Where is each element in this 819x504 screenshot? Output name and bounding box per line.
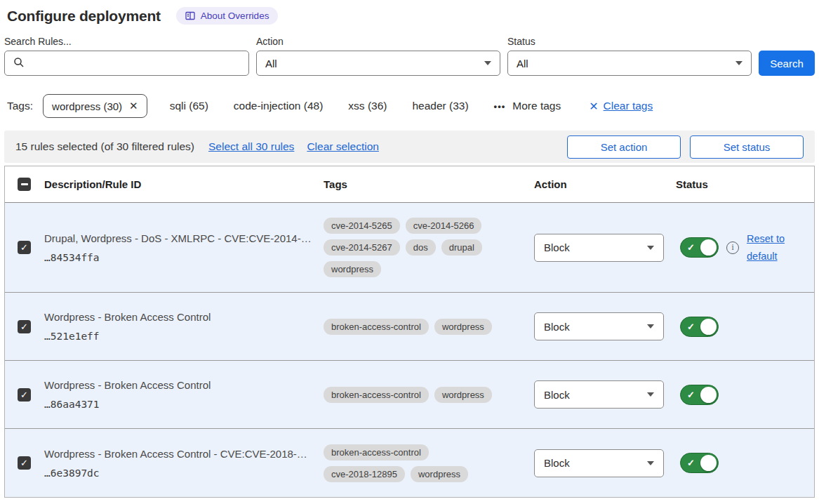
search-rules-label: Search Rules... <box>4 36 249 47</box>
chevron-down-icon <box>647 461 654 465</box>
rule-tags-cell: broken-access-controlwordpress <box>324 387 514 403</box>
status-toggle[interactable]: ✓ <box>680 317 719 337</box>
check-icon: ✓ <box>20 322 28 331</box>
reset-to-default-link[interactable]: Reset to default <box>747 230 796 265</box>
toggle-knob <box>700 239 717 256</box>
toggle-knob <box>700 455 717 471</box>
column-header-description: Description/Rule ID <box>44 178 324 190</box>
tag-filter-option[interactable]: header (33) <box>412 100 468 112</box>
status-filter-label: Status <box>507 36 752 47</box>
rule-tags-cell: broken-access-controlwordpress <box>324 319 514 335</box>
rule-description-cell: Wordpress - Broken Access Control - CVE:… <box>44 448 324 479</box>
tag-filter-option[interactable]: sqli (65) <box>170 100 208 112</box>
selected-tag-label: wordpress (30) <box>52 100 122 112</box>
status-toggle[interactable]: ✓ <box>680 385 719 405</box>
check-icon: ✓ <box>687 321 695 332</box>
rule-description-cell: Wordpress - Broken Access Control …86aa4… <box>44 379 324 410</box>
search-input-box[interactable] <box>4 51 249 76</box>
chevron-down-icon <box>484 61 491 65</box>
tag-pill: wordpress <box>411 466 468 482</box>
action-filter-select[interactable]: All <box>256 51 500 76</box>
indeterminate-minus-icon <box>21 183 28 185</box>
rule-description-cell: Wordpress - Broken Access Control …521e1… <box>44 311 324 342</box>
status-toggle[interactable]: ✓ <box>680 453 719 473</box>
rule-action-value: Block <box>544 241 570 253</box>
tag-pill: drupal <box>441 239 482 256</box>
tag-pill: wordpress <box>434 319 492 335</box>
selection-summary: 15 rules selected (of 30 filtered rules) <box>15 140 194 153</box>
status-toggle[interactable]: ✓ <box>680 237 719 258</box>
tag-pill: broken-access-control <box>324 319 429 335</box>
ellipsis-icon: ••• <box>494 101 506 112</box>
rule-status-cell: ✓ i Reset to default <box>676 230 814 265</box>
set-action-button[interactable]: Set action <box>567 135 681 159</box>
tag-filter-option[interactable]: xss (36) <box>348 100 387 112</box>
status-filter-value: All <box>517 58 528 69</box>
status-filter-select[interactable]: All <box>507 51 752 76</box>
table-row: ✓ Wordpress - Broken Access Control - CV… <box>5 429 814 497</box>
toggle-knob <box>700 319 717 335</box>
check-icon: ✓ <box>20 243 28 252</box>
select-all-link[interactable]: Select all 30 rules <box>208 140 294 153</box>
close-icon: ✕ <box>589 100 598 113</box>
tag-filter-list: sqli (65)code-injection (48)xss (36)head… <box>170 100 469 112</box>
rule-action-select[interactable]: Block <box>534 449 664 477</box>
check-icon: ✓ <box>20 390 28 399</box>
more-tags-button[interactable]: ••• More tags <box>494 100 561 112</box>
toggle-knob <box>700 387 717 403</box>
rule-id: …6e3897dc <box>44 467 324 479</box>
rule-description: Wordpress - Broken Access Control <box>44 311 324 323</box>
row-checkbox[interactable]: ✓ <box>18 456 31 470</box>
rule-id: …86aa4371 <box>44 399 324 410</box>
select-all-checkbox[interactable] <box>18 178 31 191</box>
row-checkbox[interactable]: ✓ <box>18 320 31 333</box>
selected-tag-wordpress[interactable]: wordpress (30) ✕ <box>43 94 147 118</box>
chevron-down-icon <box>735 61 743 65</box>
tags-label: Tags: <box>7 100 33 112</box>
status-filter-field: Status All <box>507 36 752 76</box>
tag-pill: wordpress <box>324 261 381 277</box>
chevron-down-icon <box>647 324 654 329</box>
rule-action-select[interactable]: Block <box>534 312 664 340</box>
rule-action-select[interactable]: Block <box>534 380 664 409</box>
selection-bar: 15 rules selected (of 30 filtered rules)… <box>4 131 815 163</box>
search-icon <box>13 57 25 70</box>
row-checkbox[interactable]: ✓ <box>18 388 31 402</box>
table-row: ✓ Wordpress - Broken Access Control …86a… <box>5 361 814 429</box>
tag-filter-option[interactable]: code-injection (48) <box>234 100 324 112</box>
remove-tag-icon[interactable]: ✕ <box>129 100 138 112</box>
tags-bar: Tags: wordpress (30) ✕ sqli (65)code-inj… <box>7 94 815 118</box>
chevron-down-icon <box>647 392 654 397</box>
rule-status-cell: ✓ <box>676 453 814 473</box>
rule-status-cell: ✓ <box>676 385 814 405</box>
rule-id: …521e1eff <box>44 331 324 342</box>
rule-action-select[interactable]: Block <box>534 234 664 262</box>
rule-tags-cell: broken-access-controlcve-2018-12895wordp… <box>324 444 514 482</box>
rule-description: Wordpress - Broken Access Control - CVE:… <box>44 448 324 460</box>
tag-pill: broken-access-control <box>324 387 429 403</box>
table-row: ✓ Wordpress - Broken Access Control …521… <box>5 293 814 361</box>
tag-pill: cve-2014-5266 <box>406 218 482 234</box>
page-header: Configure deployment About Overrides <box>7 7 815 25</box>
tag-pill: wordpress <box>434 387 492 403</box>
rule-id: …84534ffa <box>44 252 324 263</box>
tag-pill: cve-2014-5265 <box>324 218 400 234</box>
set-status-button[interactable]: Set status <box>690 135 804 159</box>
row-checkbox[interactable]: ✓ <box>18 241 31 254</box>
column-header-tags: Tags <box>324 178 534 190</box>
clear-selection-link[interactable]: Clear selection <box>307 140 379 153</box>
about-overrides-badge[interactable]: About Overrides <box>176 7 279 25</box>
info-icon[interactable]: i <box>726 241 739 254</box>
tag-pill: dos <box>406 239 436 256</box>
tag-pill: broken-access-control <box>324 444 429 460</box>
rules-table: Description/Rule ID Tags Action Status ✓… <box>4 166 815 498</box>
search-rules-input[interactable] <box>30 57 240 70</box>
clear-tags-button[interactable]: ✕ Clear tags <box>589 100 653 113</box>
filter-bar: Search Rules... Action All Status <box>4 36 815 76</box>
check-icon: ✓ <box>687 458 695 468</box>
configure-deployment-page: Configure deployment About Overrides Sea… <box>0 0 819 498</box>
table-row: ✓ Drupal, Wordpress - DoS - XMLRPC - CVE… <box>5 203 814 293</box>
chevron-down-icon <box>647 246 654 250</box>
search-button[interactable]: Search <box>759 51 815 76</box>
rule-action-value: Block <box>544 321 570 333</box>
